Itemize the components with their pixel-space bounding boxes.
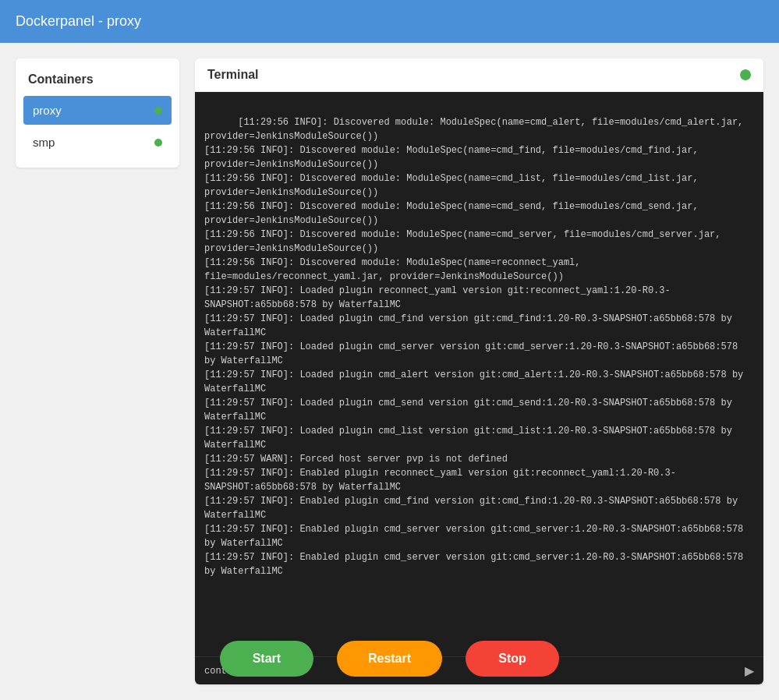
action-buttons: Start Restart Stop bbox=[0, 641, 779, 677]
terminal-output: [11:29:56 INFO]: Discovered module: Modu… bbox=[195, 92, 763, 656]
app-header: Dockerpanel - proxy bbox=[0, 0, 779, 43]
restart-button[interactable]: Restart bbox=[337, 641, 442, 677]
status-dot-proxy bbox=[154, 107, 162, 115]
terminal-title: Terminal bbox=[207, 68, 259, 82]
start-button[interactable]: Start bbox=[220, 641, 313, 677]
terminal-header: Terminal bbox=[195, 58, 763, 92]
container-label-smp: smp bbox=[33, 136, 55, 149]
status-dot-smp bbox=[154, 139, 162, 147]
sidebar-title: Containers bbox=[23, 66, 172, 96]
terminal-panel: Terminal [11:29:56 INFO]: Discovered mod… bbox=[195, 58, 763, 684]
app-title: Dockerpanel - proxy bbox=[16, 13, 141, 30]
terminal-status-indicator bbox=[740, 69, 751, 80]
sidebar-item-proxy[interactable]: proxy bbox=[23, 96, 172, 125]
sidebar-item-smp[interactable]: smp bbox=[23, 128, 172, 157]
main-layout: Containers proxy smp Terminal [11:29:56 … bbox=[0, 43, 779, 700]
sidebar: Containers proxy smp bbox=[16, 58, 179, 168]
stop-button[interactable]: Stop bbox=[466, 641, 559, 677]
container-label-proxy: proxy bbox=[33, 104, 62, 117]
terminal-log-text: [11:29:56 INFO]: Discovered module: Modu… bbox=[204, 117, 749, 577]
